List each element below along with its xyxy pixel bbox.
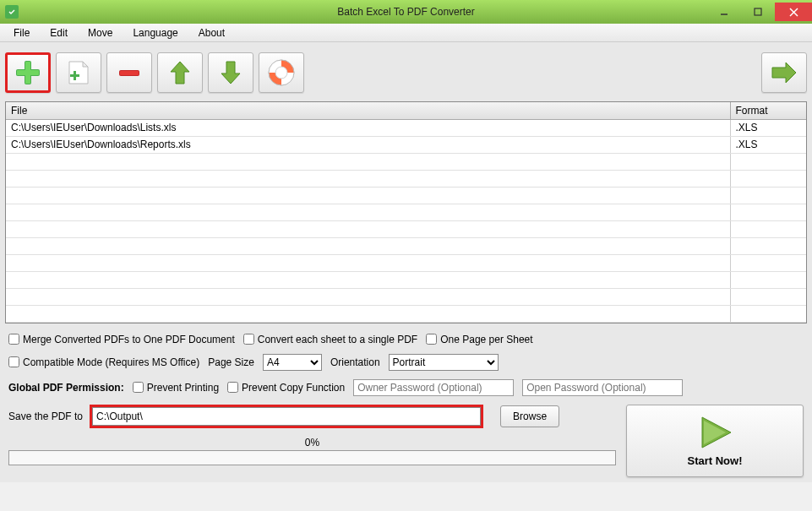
save-path-label: Save the PDF to — [8, 410, 83, 422]
menu-move[interactable]: Move — [78, 25, 123, 41]
owner-password-input[interactable] — [353, 379, 514, 396]
start-button[interactable]: Start Now! — [626, 405, 804, 477]
svg-rect-2 — [755, 8, 761, 15]
cell-file: C:\Users\IEUser\Downloads\Reports.xls — [6, 136, 730, 153]
file-list[interactable]: File Format C:\Users\IEUser\Downloads\Li… — [5, 101, 807, 323]
menu-language[interactable]: Language — [123, 25, 188, 41]
browse-button[interactable]: Browse — [500, 405, 559, 427]
save-path-highlight — [90, 405, 483, 428]
help-button[interactable] — [259, 52, 304, 93]
svg-rect-10 — [70, 74, 79, 77]
convert-each-sheet-checkbox[interactable]: Convert each sheet to a single PDF — [243, 334, 417, 345]
cell-format: .XLS — [730, 119, 806, 136]
page-size-select[interactable]: A4 — [263, 354, 322, 371]
arrow-down-icon — [216, 58, 245, 87]
progress-bar — [8, 450, 616, 465]
menu-file[interactable]: File — [3, 25, 40, 41]
arrow-up-icon — [166, 58, 194, 87]
add-file-button[interactable] — [5, 52, 51, 93]
orientation-select[interactable]: Portrait — [389, 354, 499, 371]
document-plus-icon — [64, 58, 93, 87]
play-icon — [694, 414, 736, 451]
convert-button[interactable] — [761, 52, 807, 93]
cell-format: .XLS — [730, 136, 806, 153]
menubar: File Edit Move Language About — [0, 24, 812, 42]
compatible-mode-checkbox[interactable]: Compatible Mode (Requires MS Office) — [8, 356, 199, 368]
table-row[interactable]: C:\Users\IEUser\Downloads\Lists.xls .XLS — [6, 119, 806, 136]
cell-file: C:\Users\IEUser\Downloads\Lists.xls — [6, 119, 730, 136]
menu-about[interactable]: About — [188, 25, 235, 41]
app-icon — [5, 5, 19, 19]
svg-point-15 — [275, 67, 287, 79]
remove-button[interactable] — [106, 52, 152, 93]
progress-percent: 0% — [8, 437, 616, 448]
column-header-format[interactable]: Format — [730, 102, 806, 119]
window-title: Batch Excel To PDF Converter — [337, 6, 475, 18]
bottom-panel: Save the PDF to Browse 0% Start Now! — [8, 405, 804, 477]
svg-rect-8 — [17, 70, 39, 75]
titlebar: Batch Excel To PDF Converter — [0, 0, 812, 24]
options-panel: Merge Converted PDFs to One PDF Document… — [8, 334, 804, 396]
close-button[interactable] — [775, 3, 812, 21]
prevent-printing-checkbox[interactable]: Prevent Printing — [133, 382, 219, 394]
menu-edit[interactable]: Edit — [40, 25, 78, 41]
minimize-button[interactable] — [707, 3, 741, 21]
arrow-right-icon — [769, 57, 799, 88]
prevent-copy-checkbox[interactable]: Prevent Copy Function — [227, 382, 345, 394]
permissions-label: Global PDF Permission: — [8, 382, 124, 394]
toolbar — [5, 52, 807, 93]
column-header-file[interactable]: File — [6, 102, 730, 119]
page-size-label: Page Size — [208, 356, 254, 368]
orientation-label: Orientation — [330, 356, 380, 368]
svg-rect-12 — [120, 71, 139, 75]
plus-icon — [14, 58, 42, 87]
move-down-button[interactable] — [208, 52, 253, 93]
lifebuoy-icon — [266, 57, 297, 88]
move-up-button[interactable] — [157, 52, 203, 93]
merge-pdfs-checkbox[interactable]: Merge Converted PDFs to One PDF Document — [8, 334, 235, 345]
add-folder-button[interactable] — [56, 52, 101, 93]
table-row[interactable]: C:\Users\IEUser\Downloads\Reports.xls .X… — [6, 136, 806, 153]
save-path-input[interactable] — [92, 407, 481, 426]
open-password-input[interactable] — [522, 379, 683, 396]
maximize-button[interactable] — [741, 3, 775, 21]
one-page-per-sheet-checkbox[interactable]: One Page per Sheet — [426, 334, 532, 345]
minus-icon — [115, 58, 144, 87]
content-area: File Format C:\Users\IEUser\Downloads\Li… — [0, 42, 812, 482]
window-controls — [707, 3, 812, 21]
start-label: Start Now! — [688, 454, 743, 467]
